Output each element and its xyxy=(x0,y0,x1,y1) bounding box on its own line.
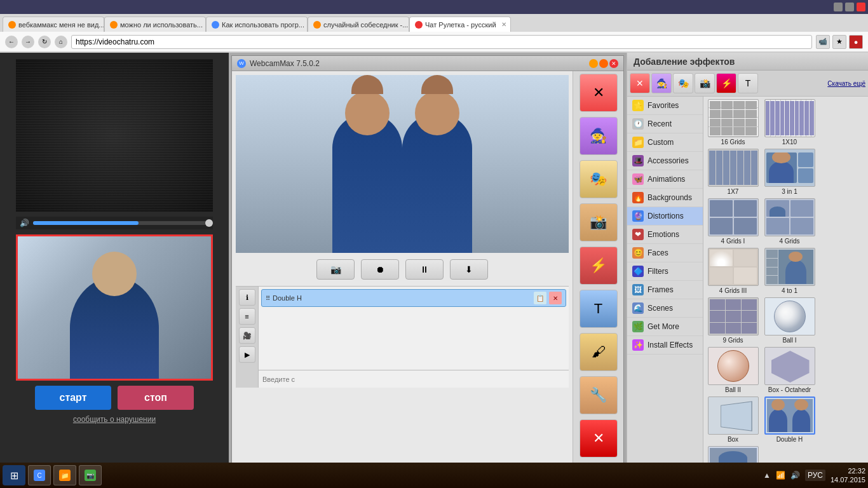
record-button[interactable]: ⏺ xyxy=(361,259,399,280)
bookmark-tool-btn[interactable]: ★ xyxy=(832,35,846,49)
effect-1x10[interactable]: 1X10 xyxy=(763,99,817,146)
effect-delete-btn[interactable]: ✕ xyxy=(549,292,562,304)
effect-3in1[interactable]: 3 in 1 xyxy=(763,149,817,196)
info-btn[interactable]: ℹ xyxy=(239,289,255,306)
category-favorites[interactable]: ⭐ Favorites xyxy=(627,97,703,115)
camera-tool-btn[interactable]: 📹 xyxy=(816,35,830,49)
effect-4to1[interactable]: 4 to 1 xyxy=(763,248,817,295)
category-faces[interactable]: 😊 Faces xyxy=(627,244,703,262)
flash-tool-btn[interactable]: ⚡ xyxy=(716,73,736,93)
taskbar-app-files[interactable]: 📁 xyxy=(53,465,76,485)
category-install[interactable]: ✨ Install Effects xyxy=(627,336,703,355)
remote-video xyxy=(16,59,213,212)
wm-maximize[interactable] xyxy=(599,59,608,68)
wm-left: 📷 ⏺ ⏸ ⬇ ℹ ≡ 🎥 ▶ xyxy=(232,71,573,488)
effect-4grids[interactable]: 4 Grids xyxy=(763,198,817,245)
effect-4gridsi[interactable]: 4 Grids I xyxy=(706,198,760,245)
effect-4gridsiii[interactable]: 4 Grids III xyxy=(706,248,760,295)
wm-titlebar: W WebcamMax 7.5.0.2 ✕ xyxy=(232,56,623,71)
save-button[interactable]: ⬇ xyxy=(450,259,488,280)
effect-copy-btn[interactable]: 📋 xyxy=(534,292,546,304)
wand-tool-btn[interactable]: 🧙 xyxy=(651,73,672,93)
category-backgrounds[interactable]: 🔥 Backgrounds xyxy=(627,189,703,207)
text-btn[interactable]: T xyxy=(580,290,618,328)
delete-btn[interactable]: ✕ xyxy=(580,419,618,458)
pause-button[interactable]: ⏸ xyxy=(405,259,444,280)
clear-effect-btn[interactable]: ✕ xyxy=(580,74,618,112)
wm-preview xyxy=(236,75,569,253)
thumb-label-4grids: 4 Grids xyxy=(779,238,799,245)
settings-tool-btn[interactable]: ● xyxy=(849,35,863,49)
effect-1x7[interactable]: 1X7 xyxy=(706,149,760,196)
wizard-btn[interactable]: 🧙 xyxy=(580,117,618,155)
download-link[interactable]: Скачать ещё xyxy=(827,80,865,87)
tools-btn[interactable]: 🔧 xyxy=(580,376,618,414)
minimize-btn[interactable] xyxy=(834,3,843,11)
list-btn[interactable]: ≡ xyxy=(239,308,255,325)
tab-3[interactable]: Как использовать прогр... ✕ xyxy=(206,17,308,32)
wm-effect-track: ⠿ Double H 📋 ✕ xyxy=(259,287,569,370)
category-frames[interactable]: 🖼 Frames xyxy=(627,281,703,299)
wm-app-icon: W xyxy=(237,59,246,68)
close-btn[interactable] xyxy=(857,3,865,11)
effect-box[interactable]: Box xyxy=(706,396,760,444)
wm-text-input[interactable] xyxy=(262,376,565,383)
volume-track[interactable] xyxy=(33,221,209,225)
category-custom[interactable]: 📁 Custom xyxy=(627,133,703,152)
category-label-distortions: Distortions xyxy=(648,212,684,220)
emotions-icon: ❤ xyxy=(632,229,644,240)
start-button[interactable]: старт xyxy=(35,386,111,410)
report-link[interactable]: сообщить о нарушении xyxy=(73,415,156,424)
camera-button[interactable]: 📷 xyxy=(316,259,355,280)
flash-btn[interactable]: ⚡ xyxy=(580,247,618,285)
tab-favicon-1 xyxy=(8,21,16,29)
tab-1[interactable]: вебкаммакс меня не вид... ✕ xyxy=(3,17,104,32)
tab-label-5: Чат Рулетка - русский xyxy=(425,21,496,29)
tray-volume[interactable]: 🔊 xyxy=(790,471,800,480)
home-button[interactable]: ⌂ xyxy=(55,36,67,48)
category-getmore[interactable]: 🌿 Get More xyxy=(627,318,703,336)
category-recent[interactable]: 🕐 Recent xyxy=(627,115,703,133)
category-distortions[interactable]: 🔮 Distortions xyxy=(627,207,703,226)
category-accessories[interactable]: 🎩 Accessories xyxy=(627,152,703,170)
effect-9grids[interactable]: 9 Grids xyxy=(706,297,760,344)
effect-box-oct[interactable]: Box - Octahedr xyxy=(763,347,817,394)
effect-balli[interactable]: Ball I xyxy=(763,297,817,344)
category-scenes[interactable]: 🌊 Scenes xyxy=(627,299,703,318)
camera-icon-btn[interactable]: 📸 xyxy=(580,203,618,241)
brush-btn[interactable]: 🖌 xyxy=(580,333,618,371)
taskbar-app-browser[interactable]: C xyxy=(28,465,51,485)
cam-tool-btn[interactable]: 📸 xyxy=(695,73,715,93)
tab-2[interactable]: можно ли использовать... ✕ xyxy=(104,17,206,32)
tab-5[interactable]: Чат Рулетка - русский ✕ xyxy=(409,17,511,32)
taskbar-app-webcam[interactable]: 📷 xyxy=(79,465,102,485)
tray-network[interactable]: 📶 xyxy=(776,471,785,480)
effect-doubleh[interactable]: Double H xyxy=(763,396,817,444)
category-label-recent: Recent xyxy=(648,119,672,128)
text-tool-btn[interactable]: T xyxy=(738,73,758,93)
category-label-frames: Frames xyxy=(648,285,674,294)
stop-button[interactable]: стоп xyxy=(118,386,194,410)
hat-tool-btn[interactable]: 🎭 xyxy=(673,73,693,93)
wm-minimize[interactable] xyxy=(589,59,598,68)
category-emotions[interactable]: ❤ Emotions xyxy=(627,226,703,244)
party-btn[interactable]: 🎭 xyxy=(580,160,618,198)
forward-button[interactable]: → xyxy=(22,36,34,48)
tray-language[interactable]: РУС xyxy=(805,470,825,481)
effect-16grids[interactable]: 16 Grids xyxy=(706,99,760,146)
effect-ballii[interactable]: Ball II xyxy=(706,347,760,394)
tray-up-arrow[interactable]: ▲ xyxy=(763,471,771,480)
wm-close[interactable]: ✕ xyxy=(609,59,618,68)
refresh-button[interactable]: ↻ xyxy=(38,36,51,48)
camera-small-btn[interactable]: 🎥 xyxy=(239,327,255,344)
clear-all-btn[interactable]: ✕ xyxy=(630,73,650,93)
category-filters[interactable]: 🔷 Filters xyxy=(627,262,703,281)
tab-4[interactable]: случайный собеседник -... ✕ xyxy=(308,17,409,32)
video-btn[interactable]: ▶ xyxy=(239,346,255,363)
category-animations[interactable]: 🦋 Animations xyxy=(627,170,703,189)
start-menu-button[interactable]: ⊞ xyxy=(3,465,25,485)
tab-close-5[interactable]: ✕ xyxy=(501,21,506,28)
maximize-btn[interactable] xyxy=(845,3,854,11)
back-button[interactable]: ← xyxy=(5,36,18,48)
address-input[interactable] xyxy=(71,35,812,49)
